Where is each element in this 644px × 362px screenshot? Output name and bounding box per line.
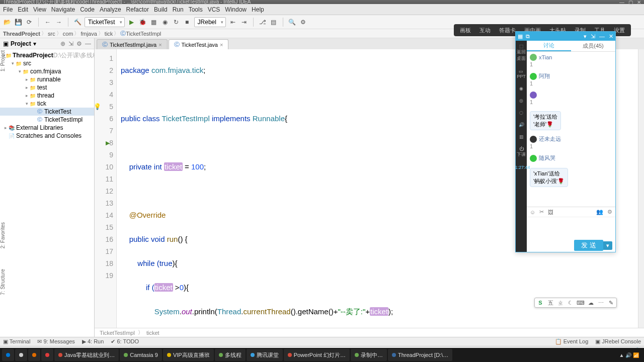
- taskbar-item[interactable]: ThreadProject [D:\…: [388, 349, 452, 361]
- bt-run[interactable]: ▶ 4: Run: [82, 338, 104, 345]
- tree-row[interactable]: ▾📁com.fmjava: [0, 67, 94, 75]
- crumb-0[interactable]: ThreadProject: [3, 31, 40, 37]
- ime-cloud-icon[interactable]: ☁: [587, 299, 594, 306]
- chat-tab-members[interactable]: 成员(45): [571, 41, 615, 51]
- system-tray[interactable]: ▲ 🔊 📶: [616, 352, 642, 358]
- settings-icon[interactable]: ⚙: [299, 18, 307, 26]
- tree-row[interactable]: ⒸTicketTestImpl: [0, 116, 94, 124]
- taskbar-item[interactable]: [15, 349, 27, 361]
- menu-build[interactable]: Build: [154, 6, 168, 13]
- taskbar-item[interactable]: [41, 349, 53, 361]
- chat-gear-icon[interactable]: ⚙: [607, 209, 612, 215]
- menu-analyze[interactable]: Analyze: [100, 6, 121, 13]
- editor-scrollbar[interactable]: [638, 49, 644, 328]
- target-icon[interactable]: ⊕: [60, 40, 65, 47]
- chat-hide-icon[interactable]: —: [599, 33, 605, 40]
- tree-row[interactable]: ⒸTicketTest: [0, 108, 94, 116]
- ime-mode[interactable]: 五: [547, 299, 554, 306]
- bt-messages[interactable]: ✉ 9: Messages: [37, 338, 74, 345]
- chat-messages[interactable]: xTian1阿翔11'考拉'送给'老师'🌹还未走远1随风哭'xTian'送给'蚂…: [527, 52, 615, 207]
- tree-row[interactable]: ▾📁tick: [0, 100, 94, 108]
- people-icon[interactable]: 👥: [596, 209, 603, 215]
- taskbar-item[interactable]: [2, 349, 14, 361]
- profile-icon[interactable]: ◉: [161, 18, 169, 26]
- forward-icon[interactable]: →: [55, 18, 63, 26]
- chat-rail-ppt[interactable]: ▭PPT: [517, 69, 526, 79]
- run-icon[interactable]: ▶: [128, 18, 136, 26]
- ime-pen-icon[interactable]: ✎: [607, 299, 614, 306]
- close-icon[interactable]: ✕: [637, 0, 641, 5]
- bt-todo[interactable]: ✔ 6: TODO: [111, 338, 139, 345]
- coverage-icon[interactable]: ▦: [150, 18, 158, 26]
- maximize-icon[interactable]: ▢: [628, 0, 633, 5]
- build-icon[interactable]: 🔨: [73, 18, 82, 26]
- image-icon[interactable]: 🖼: [548, 209, 553, 215]
- menu-edit[interactable]: Edit: [18, 6, 28, 13]
- chat-min-icon[interactable]: ▾: [584, 33, 587, 40]
- chat-tab-discuss[interactable]: 讨论: [527, 41, 571, 51]
- debug-icon[interactable]: 🐞: [139, 18, 147, 26]
- chat-rail-4[interactable]: ◎: [519, 98, 523, 103]
- back-icon[interactable]: ←: [44, 18, 52, 26]
- save-icon[interactable]: 💾: [14, 18, 22, 26]
- bt-terminal[interactable]: ▣ Terminal: [3, 338, 30, 345]
- menu-run[interactable]: Run: [173, 6, 184, 13]
- taskbar-item[interactable]: 多线程: [215, 349, 246, 361]
- taskbar-item[interactable]: Java零基础就业到…: [54, 349, 119, 361]
- chat-input[interactable]: [527, 217, 615, 239]
- taskbar-item[interactable]: Camtasia 9: [120, 349, 162, 361]
- cut-icon[interactable]: ✂: [539, 209, 544, 215]
- crumb-1[interactable]: src: [48, 31, 55, 37]
- chat-rail-stat[interactable]: ▥: [519, 134, 524, 139]
- menu-code[interactable]: Code: [80, 6, 95, 13]
- line-gutter[interactable]: 12345💡678▶910111213141516171819: [95, 49, 117, 328]
- taskbar-item[interactable]: PowerPoint 幻灯片…: [284, 349, 350, 361]
- send-button[interactable]: 发 送: [574, 240, 603, 251]
- tab-ticketTest[interactable]: ⒸTicketTest.java×: [169, 39, 229, 49]
- stop-icon[interactable]: ■: [183, 18, 191, 26]
- menu-tools[interactable]: Tools: [189, 6, 203, 13]
- tab-close-icon[interactable]: ×: [158, 42, 162, 48]
- mb-0[interactable]: 画板: [456, 25, 475, 36]
- tree-row[interactable]: ▸📁thread: [0, 92, 94, 100]
- menu-file[interactable]: File: [3, 6, 13, 13]
- taskbar-item[interactable]: 腾讯课堂: [247, 349, 283, 361]
- taskbar-item[interactable]: 录制中…: [351, 349, 387, 361]
- mb-1[interactable]: 互动: [475, 25, 495, 36]
- find-icon[interactable]: 🔍: [288, 18, 296, 26]
- rail-favorites[interactable]: 2: Favorites: [0, 222, 9, 248]
- gear-icon[interactable]: ⚙: [76, 40, 82, 47]
- chat-rail-off[interactable]: ⏻下课: [517, 146, 526, 158]
- tab-ticketTestImpl[interactable]: ⒸTicketTestImpl.java×: [97, 39, 168, 49]
- ime-toolbar[interactable]: S 五 ㄓ ☾ ⌨ ☁ ⋯ ✎: [534, 298, 617, 308]
- chat-rail-desktop[interactable]: ⬚返回桌面: [516, 44, 527, 62]
- ime-more-icon[interactable]: ⋯: [597, 299, 604, 306]
- open-icon[interactable]: 📂: [3, 18, 11, 26]
- collapse-icon[interactable]: ⇲: [68, 40, 73, 47]
- ime-punc[interactable]: ㄓ: [557, 299, 564, 306]
- chat-pin-icon[interactable]: ⇲: [591, 33, 595, 40]
- struct-icon[interactable]: ▤: [270, 18, 278, 26]
- project-tree[interactable]: ▾📁ThreadProject D:\公开课\多线程\code▾📁src▾📁co…: [0, 49, 94, 337]
- project-tool-icon[interactable]: ▣: [3, 40, 9, 47]
- send-dropdown[interactable]: ▾: [603, 241, 612, 250]
- jrebel-combo[interactable]: JRebel: [194, 17, 226, 27]
- chat-rail-vol[interactable]: 🔊: [519, 122, 524, 127]
- crumb-2[interactable]: com: [63, 31, 73, 37]
- chat-grid-icon[interactable]: ▦: [518, 33, 523, 40]
- tree-row[interactable]: 📄Scratches and Consoles: [0, 132, 94, 140]
- jr1-icon[interactable]: ⇤: [229, 18, 237, 26]
- git-icon[interactable]: ⎇: [259, 18, 267, 26]
- chat-close-icon[interactable]: ✕: [609, 33, 613, 40]
- chat-rail-5[interactable]: ◌: [519, 110, 523, 115]
- rail-structure[interactable]: 7: Structure: [0, 269, 9, 295]
- tree-row[interactable]: ▸📁runnable: [0, 75, 94, 83]
- tree-row[interactable]: ▸📁test: [0, 83, 94, 92]
- bt-jrebel[interactable]: ▣ JRebel Console: [595, 338, 641, 345]
- tree-row[interactable]: ▾📁src: [0, 59, 94, 67]
- ime-kbd-icon[interactable]: ⌨: [577, 299, 584, 306]
- taskbar-item[interactable]: [28, 349, 40, 361]
- rerun-icon[interactable]: ↻: [172, 18, 180, 26]
- minimize-icon[interactable]: —: [619, 0, 624, 5]
- hide-icon[interactable]: —: [85, 40, 91, 47]
